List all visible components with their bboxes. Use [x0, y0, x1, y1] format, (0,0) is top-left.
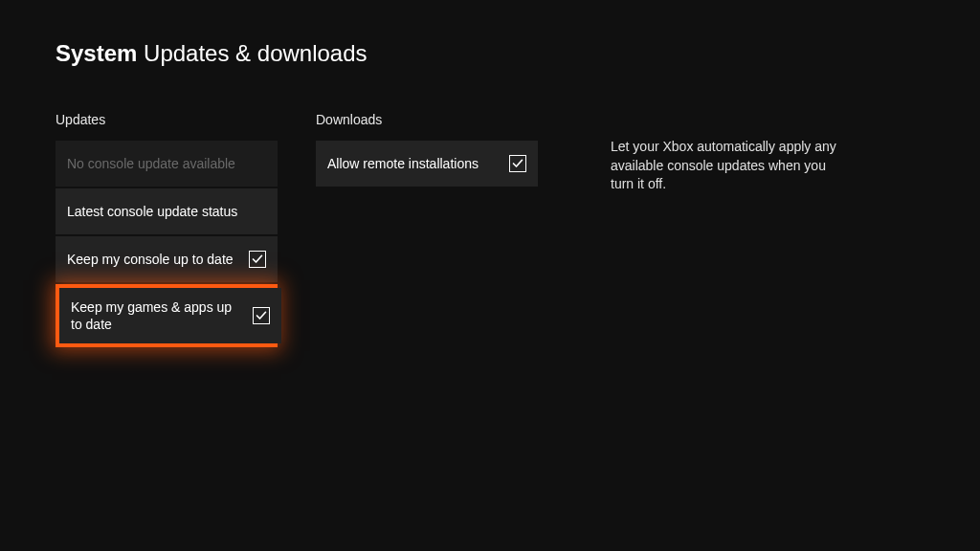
keep-console-checkbox[interactable]	[249, 251, 266, 268]
no-console-update-item[interactable]: No console update available	[56, 141, 278, 187]
downloads-section: Downloads Allow remote installations	[316, 112, 538, 188]
updates-section: Updates No console update available Late…	[56, 112, 278, 347]
focused-item-highlight: Keep my games & apps up to date	[56, 284, 278, 347]
allow-remote-checkbox[interactable]	[509, 155, 526, 172]
page-title: Updates & downloads	[144, 40, 367, 66]
checkmark-icon	[512, 158, 523, 169]
page-category: System	[56, 40, 137, 66]
no-console-update-label: No console update available	[67, 155, 266, 172]
page-header: System Updates & downloads	[56, 40, 368, 67]
keep-console-label: Keep my console up to date	[67, 251, 249, 268]
setting-description: Let your Xbox automatically apply any av…	[611, 138, 850, 194]
downloads-heading: Downloads	[316, 112, 538, 127]
keep-console-up-to-date-item[interactable]: Keep my console up to date	[56, 236, 278, 282]
allow-remote-installations-item[interactable]: Allow remote installations	[316, 141, 538, 187]
latest-status-label: Latest console update status	[67, 203, 266, 220]
latest-status-item[interactable]: Latest console update status	[56, 188, 278, 234]
updates-heading: Updates	[56, 112, 278, 127]
allow-remote-label: Allow remote installations	[327, 155, 509, 172]
checkmark-icon	[256, 310, 267, 321]
checkmark-icon	[252, 253, 263, 265]
keep-games-label: Keep my games & apps up to date	[71, 298, 253, 333]
keep-games-up-to-date-item[interactable]: Keep my games & apps up to date	[59, 288, 281, 343]
keep-games-checkbox[interactable]	[253, 307, 270, 324]
